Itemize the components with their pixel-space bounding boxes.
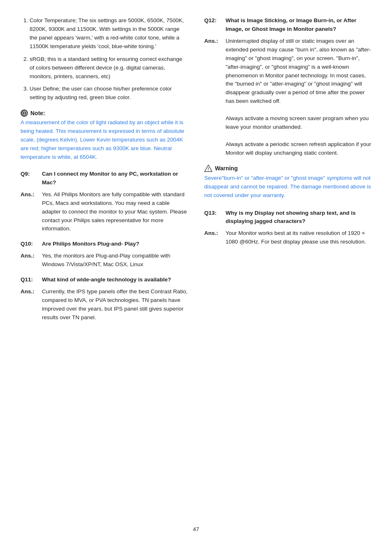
- q12-extra-2: Always activate a periodic screen refres…: [226, 141, 371, 156]
- q13-answer: Ans.: Your Monitor works best at its nat…: [204, 229, 371, 246]
- page-number: 47: [21, 526, 371, 532]
- q13-text: Why is my Display not showing sharp text…: [226, 209, 371, 226]
- q12-ans-text: Uninterrupted display of still or static…: [226, 37, 371, 158]
- q9-ans-label: Ans.:: [21, 190, 42, 234]
- page: Color Temperature; The six settings are …: [0, 0, 392, 557]
- q10-question: Q10: Are Philips Monitors Plug-and- Play…: [21, 240, 188, 248]
- q13-question: Q13: Why is my Display not showing sharp…: [204, 209, 371, 226]
- q11-label: Q11:: [21, 276, 42, 284]
- qa-block-q9: Q9: Can I connect my Monitor to any PC, …: [21, 170, 188, 233]
- q10-ans-label: Ans.:: [21, 252, 42, 269]
- qa-block-q12: Q12: What is Image Sticking, or Image Bu…: [204, 16, 371, 158]
- note-icon: ⓘ: [21, 109, 28, 117]
- q11-text: What kind of wide-angle technology is av…: [42, 276, 171, 284]
- qa-block-q13: Q13: Why is my Display not showing sharp…: [204, 209, 371, 247]
- q12-extra-1: Always activate a moving screen saver pr…: [226, 115, 369, 130]
- q9-question: Q9: Can I connect my Monitor to any PC, …: [21, 170, 188, 187]
- q9-text: Can I connect my Monitor to any PC, work…: [42, 170, 188, 187]
- q13-ans-text: Your Monitor works best at its native re…: [226, 229, 371, 246]
- list-item-2: sRGB; this is a standard setting for ens…: [30, 55, 188, 81]
- q10-text: Are Philips Monitors Plug-and- Play?: [42, 240, 139, 248]
- list-item-3: User Define; the user can choose his/her…: [30, 85, 188, 102]
- numbered-list: Color Temperature; The six settings are …: [21, 16, 188, 102]
- q11-question: Q11: What kind of wide-angle technology …: [21, 276, 188, 284]
- note-header: ⓘ Note:: [21, 109, 188, 117]
- note-title: Note:: [30, 110, 45, 116]
- q10-answer: Ans.: Yes, the monitors are Plug-and-Pla…: [21, 252, 188, 269]
- left-column: Color Temperature; The six settings are …: [21, 16, 188, 514]
- q12-ans-label: Ans.:: [204, 37, 226, 158]
- q12-text: What is Image Sticking, or Image Burn-in…: [226, 16, 371, 34]
- warning-title: Warning: [215, 165, 238, 172]
- warning-box: ! Warning Severe"burn-in" or "after-imag…: [204, 164, 371, 200]
- q9-answer: Ans.: Yes. All Philips Monitors are full…: [21, 190, 188, 234]
- q11-ans-label: Ans.:: [21, 288, 42, 322]
- right-column: Q12: What is Image Sticking, or Image Bu…: [204, 16, 371, 514]
- q12-question: Q12: What is Image Sticking, or Image Bu…: [204, 16, 371, 34]
- q11-answer: Ans.: Currently, the IPS type panels off…: [21, 288, 188, 322]
- q9-ans-text: Yes. All Philips Monitors are fully comp…: [42, 190, 188, 234]
- warning-header: ! Warning: [204, 164, 371, 172]
- warning-text: Severe"burn-in" or "after-image" or "gho…: [204, 174, 371, 200]
- q13-label: Q13:: [204, 209, 226, 226]
- qa-block-q10: Q10: Are Philips Monitors Plug-and- Play…: [21, 240, 188, 269]
- q12-label: Q12:: [204, 16, 226, 34]
- note-text: A measurement of the color of light radi…: [21, 118, 188, 162]
- columns: Color Temperature; The six settings are …: [21, 16, 371, 514]
- note-box: ⓘ Note: A measurement of the color of li…: [21, 109, 188, 162]
- q11-ans-text: Currently, the IPS type panels offer the…: [42, 288, 188, 322]
- qa-block-q11: Q11: What kind of wide-angle technology …: [21, 276, 188, 322]
- list-item-1: Color Temperature; The six settings are …: [30, 16, 188, 51]
- svg-text:!: !: [208, 167, 209, 171]
- q13-ans-label: Ans.:: [204, 229, 226, 246]
- q9-label: Q9:: [21, 170, 42, 187]
- q12-answer: Ans.: Uninterrupted display of still or …: [204, 37, 371, 158]
- q10-ans-text: Yes, the monitors are Plug-and-Play comp…: [42, 252, 188, 269]
- q10-label: Q10:: [21, 240, 42, 248]
- warning-icon: !: [204, 164, 212, 172]
